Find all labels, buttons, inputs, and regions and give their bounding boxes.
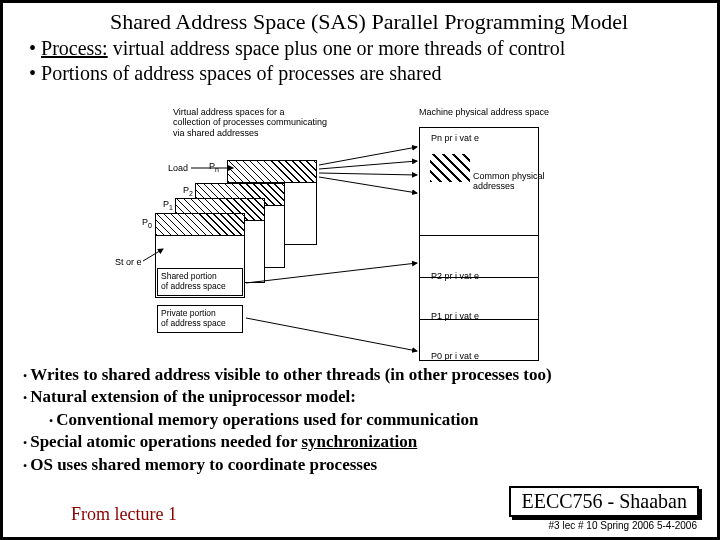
store-label: St or e <box>115 257 142 267</box>
p2-private: P2 pr i vat e <box>431 271 479 281</box>
top-bullet-2: Portions of address spaces of processes … <box>29 62 697 85</box>
hatch-p0 <box>156 214 244 236</box>
physical-space-box <box>419 127 539 361</box>
sas-diagram: Virtual address spaces for a collection … <box>3 103 720 363</box>
bb-3: Conventional memory operations used for … <box>49 410 697 430</box>
svg-line-5 <box>246 318 417 351</box>
private-portion-label: Private portion of address space <box>157 305 243 333</box>
slide-title: Shared Address Space (SAS) Parallel Prog… <box>51 9 687 35</box>
top-bullet-list: Process: virtual address space plus one … <box>29 37 697 85</box>
bb-5: OS uses shared memory to coordinate proc… <box>23 455 697 475</box>
pn-private: Pn pr i vat e <box>431 133 479 143</box>
pn-label: Pn <box>209 161 219 174</box>
bb-1: Writes to shared address visible to othe… <box>23 365 697 385</box>
p2-label: P2 <box>183 185 193 198</box>
load-label: Load <box>168 163 188 173</box>
sync-word: synchronization <box>301 432 417 451</box>
vas-caption: Virtual address spaces for a collection … <box>173 107 363 138</box>
slide-frame: Shared Address Space (SAS) Parallel Prog… <box>0 0 720 540</box>
footer-course-box: EECC756 - Shaaban <box>509 486 699 517</box>
diagram-arrows <box>3 103 720 363</box>
svg-line-1 <box>319 161 417 169</box>
bb-4: Special atomic operations needed for syn… <box>23 432 697 452</box>
svg-line-3 <box>319 177 417 193</box>
bottom-bullets: Writes to shared address visible to othe… <box>23 365 697 477</box>
common-phys-label: Common physical addresses <box>473 171 553 192</box>
p0-private: P0 pr i vat e <box>431 351 479 361</box>
p0-label: P0 <box>142 217 152 230</box>
footer-meta: #3 lec # 10 Spring 2006 5-4-2006 <box>549 520 697 531</box>
bb-2: Natural extension of the uniprocessor mo… <box>23 387 697 407</box>
machine-caption: Machine physical address space <box>419 107 549 117</box>
from-lecture-label: From lecture 1 <box>71 504 177 525</box>
p1-private: P1 pr i vat e <box>431 311 479 321</box>
top-bullet-1: Process: virtual address space plus one … <box>29 37 697 60</box>
p1-label: P1 <box>163 199 173 212</box>
svg-line-2 <box>319 173 417 175</box>
hatch-pn <box>228 161 316 183</box>
shared-portion-label: Shared portion of address space <box>157 268 243 296</box>
process-word: Process: <box>41 37 108 59</box>
svg-line-0 <box>319 147 417 165</box>
